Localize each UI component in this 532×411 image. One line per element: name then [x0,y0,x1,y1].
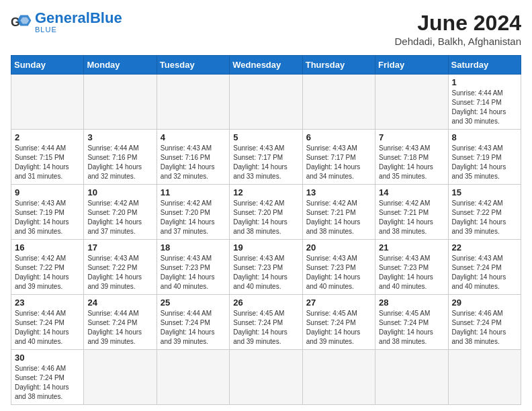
calendar-table: Sunday Monday Tuesday Wednesday Thursday… [11,55,521,405]
page-header: G GeneralBlue BLUE June 2024 Dehdadi, Ba… [11,11,521,47]
calendar-cell: 10Sunrise: 4:42 AM Sunset: 7:20 PM Dayli… [84,185,157,240]
calendar-cell: 4Sunrise: 4:43 AM Sunset: 7:16 PM Daylig… [157,130,229,185]
calendar-cell: 18Sunrise: 4:43 AM Sunset: 7:23 PM Dayli… [157,240,229,295]
day-number: 4 [161,132,226,142]
calendar-row: 1Sunrise: 4:44 AM Sunset: 7:14 PM Daylig… [11,75,521,130]
day-number: 12 [233,187,298,197]
day-number: 10 [87,187,152,197]
day-info: Sunrise: 4:43 AM Sunset: 7:17 PM Dayligh… [306,144,371,181]
day-number: 14 [379,187,444,197]
day-info: Sunrise: 4:44 AM Sunset: 7:24 PM Dayligh… [87,309,152,347]
logo-general: General [35,9,90,26]
day-number: 5 [233,132,298,142]
logo-blue: Blue [90,9,122,26]
day-number: 21 [379,242,444,253]
calendar-cell [448,350,521,405]
calendar-cell: 3Sunrise: 4:44 AM Sunset: 7:16 PM Daylig… [84,130,157,185]
day-number: 27 [306,298,371,308]
day-info: Sunrise: 4:44 AM Sunset: 7:16 PM Dayligh… [87,144,152,181]
calendar-cell [302,75,375,130]
day-info: Sunrise: 4:44 AM Sunset: 7:15 PM Dayligh… [15,144,80,181]
day-info: Sunrise: 4:44 AM Sunset: 7:14 PM Dayligh… [452,89,517,126]
calendar-cell [375,350,448,405]
calendar-cell: 7Sunrise: 4:43 AM Sunset: 7:18 PM Daylig… [375,130,448,185]
calendar-cell: 16Sunrise: 4:42 AM Sunset: 7:22 PM Dayli… [11,240,84,295]
day-info: Sunrise: 4:43 AM Sunset: 7:19 PM Dayligh… [15,199,80,236]
calendar-cell [157,75,229,130]
day-number: 6 [306,132,371,142]
day-number: 20 [306,242,371,253]
calendar-cell [302,350,375,405]
calendar-cell: 2Sunrise: 4:44 AM Sunset: 7:15 PM Daylig… [11,130,84,185]
calendar-cell: 20Sunrise: 4:43 AM Sunset: 7:23 PM Dayli… [302,240,375,295]
calendar-cell: 27Sunrise: 4:45 AM Sunset: 7:24 PM Dayli… [302,295,375,350]
day-number: 16 [15,242,80,253]
header-friday: Friday [375,56,448,75]
weekday-header-row: Sunday Monday Tuesday Wednesday Thursday… [11,56,521,75]
day-number: 11 [161,187,226,197]
header-tuesday: Tuesday [157,56,229,75]
calendar-cell: 22Sunrise: 4:43 AM Sunset: 7:24 PM Dayli… [448,240,521,295]
day-info: Sunrise: 4:42 AM Sunset: 7:22 PM Dayligh… [452,199,517,236]
calendar-row: 30Sunrise: 4:46 AM Sunset: 7:24 PM Dayli… [11,350,521,405]
day-number: 22 [452,242,517,253]
day-number: 23 [15,298,80,308]
calendar-cell: 26Sunrise: 4:45 AM Sunset: 7:24 PM Dayli… [230,295,302,350]
day-number: 13 [306,187,371,197]
logo-text: GeneralBlue [35,11,122,26]
month-title: June 2024 [395,11,521,36]
header-sunday: Sunday [11,56,84,75]
calendar-cell: 12Sunrise: 4:42 AM Sunset: 7:20 PM Dayli… [230,185,302,240]
day-info: Sunrise: 4:45 AM Sunset: 7:24 PM Dayligh… [233,309,298,347]
calendar-cell: 6Sunrise: 4:43 AM Sunset: 7:17 PM Daylig… [302,130,375,185]
calendar-cell: 17Sunrise: 4:43 AM Sunset: 7:22 PM Dayli… [84,240,157,295]
day-info: Sunrise: 4:43 AM Sunset: 7:23 PM Dayligh… [306,254,371,291]
day-number: 25 [161,298,226,308]
day-number: 24 [87,298,152,308]
calendar-cell: 21Sunrise: 4:43 AM Sunset: 7:23 PM Dayli… [375,240,448,295]
day-number: 7 [379,132,444,142]
calendar-cell [375,75,448,130]
day-number: 2 [15,132,80,142]
day-info: Sunrise: 4:42 AM Sunset: 7:22 PM Dayligh… [15,254,80,291]
day-info: Sunrise: 4:42 AM Sunset: 7:20 PM Dayligh… [87,199,152,236]
title-block: June 2024 Dehdadi, Balkh, Afghanistan [395,11,521,47]
calendar-cell: 5Sunrise: 4:43 AM Sunset: 7:17 PM Daylig… [230,130,302,185]
day-number: 17 [87,242,152,253]
calendar-row: 2Sunrise: 4:44 AM Sunset: 7:15 PM Daylig… [11,130,521,185]
calendar-cell [230,75,302,130]
day-info: Sunrise: 4:43 AM Sunset: 7:19 PM Dayligh… [452,144,517,181]
day-info: Sunrise: 4:42 AM Sunset: 7:21 PM Dayligh… [379,199,444,236]
calendar-cell: 15Sunrise: 4:42 AM Sunset: 7:22 PM Dayli… [448,185,521,240]
day-number: 28 [379,298,444,308]
day-number: 30 [15,353,80,363]
day-info: Sunrise: 4:42 AM Sunset: 7:20 PM Dayligh… [161,199,226,236]
day-number: 8 [452,132,517,142]
calendar-row: 9Sunrise: 4:43 AM Sunset: 7:19 PM Daylig… [11,185,521,240]
day-number: 29 [452,298,517,308]
day-info: Sunrise: 4:43 AM Sunset: 7:18 PM Dayligh… [379,144,444,181]
calendar-row: 16Sunrise: 4:42 AM Sunset: 7:22 PM Dayli… [11,240,521,295]
day-info: Sunrise: 4:42 AM Sunset: 7:21 PM Dayligh… [306,199,371,236]
day-info: Sunrise: 4:45 AM Sunset: 7:24 PM Dayligh… [306,309,371,347]
calendar-cell [84,75,157,130]
day-number: 26 [233,298,298,308]
calendar-cell: 19Sunrise: 4:43 AM Sunset: 7:23 PM Dayli… [230,240,302,295]
header-monday: Monday [84,56,157,75]
calendar-cell [230,350,302,405]
day-info: Sunrise: 4:43 AM Sunset: 7:24 PM Dayligh… [452,254,517,291]
day-info: Sunrise: 4:44 AM Sunset: 7:24 PM Dayligh… [15,309,80,347]
day-info: Sunrise: 4:43 AM Sunset: 7:22 PM Dayligh… [87,254,152,291]
day-info: Sunrise: 4:43 AM Sunset: 7:17 PM Dayligh… [233,144,298,181]
day-info: Sunrise: 4:44 AM Sunset: 7:24 PM Dayligh… [161,309,226,347]
day-info: Sunrise: 4:43 AM Sunset: 7:16 PM Dayligh… [161,144,226,181]
calendar-cell: 29Sunrise: 4:46 AM Sunset: 7:24 PM Dayli… [448,295,521,350]
day-number: 15 [452,187,517,197]
calendar-cell [84,350,157,405]
day-number: 3 [87,132,152,142]
calendar-cell: 25Sunrise: 4:44 AM Sunset: 7:24 PM Dayli… [157,295,229,350]
calendar-cell [157,350,229,405]
calendar-cell: 23Sunrise: 4:44 AM Sunset: 7:24 PM Dayli… [11,295,84,350]
day-info: Sunrise: 4:43 AM Sunset: 7:23 PM Dayligh… [233,254,298,291]
calendar-cell: 8Sunrise: 4:43 AM Sunset: 7:19 PM Daylig… [448,130,521,185]
